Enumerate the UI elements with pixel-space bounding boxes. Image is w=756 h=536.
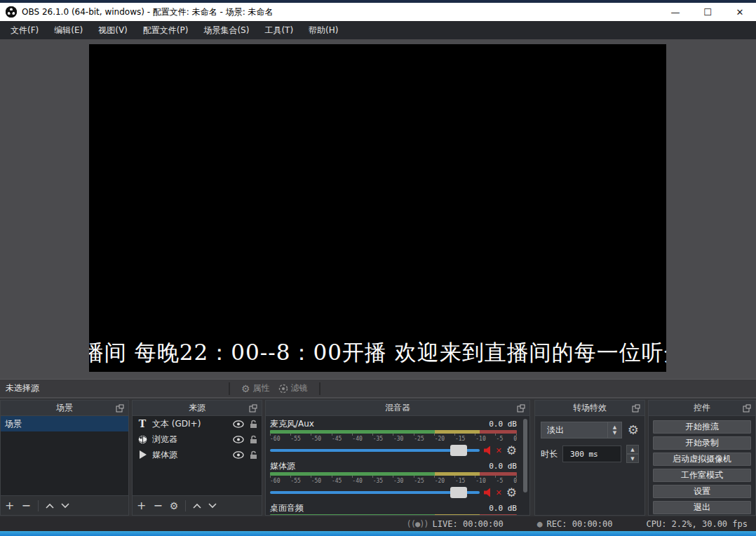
visibility-eye-icon[interactable] — [233, 436, 244, 443]
scene-item[interactable]: 场景 — [1, 416, 128, 431]
volume-slider-handle[interactable] — [450, 487, 467, 498]
meter-tick-label: -40 — [352, 436, 362, 443]
menu-file[interactable]: 文件(F) — [3, 21, 46, 40]
transition-gear-icon[interactable]: ⚙ — [628, 424, 639, 436]
menu-edit[interactable]: 编辑(E) — [46, 21, 90, 40]
source-item-text[interactable]: T 文本 (GDI+) — [133, 416, 262, 431]
popout-icon[interactable] — [632, 404, 640, 413]
source-move-down-button[interactable] — [208, 503, 217, 509]
record-dot-icon: ● — [537, 518, 543, 529]
properties-button[interactable]: ⚙ 属性 — [237, 382, 274, 394]
meter-tick-label: -60 — [270, 478, 280, 485]
mute-speaker-icon[interactable]: ✕ — [484, 488, 502, 497]
channel-level: 0.0 dB — [489, 504, 517, 513]
unlock-icon[interactable] — [250, 435, 257, 444]
channel-gear-icon[interactable]: ⚙ — [506, 487, 517, 499]
popout-icon[interactable] — [249, 404, 257, 413]
duration-down-button[interactable]: ▼ — [626, 454, 639, 463]
scene-move-up-button[interactable] — [46, 503, 54, 509]
volume-slider[interactable] — [270, 449, 480, 452]
mixer-scrollbar[interactable] — [523, 419, 527, 493]
meter-tick-label: -25 — [414, 436, 424, 443]
obs-logo-icon — [6, 6, 17, 18]
live-broadcast-icon: ((●)) — [406, 519, 428, 529]
visibility-eye-icon[interactable] — [233, 420, 244, 428]
start-streaming-button[interactable]: 开始推流 — [653, 420, 751, 434]
sources-footer-toolbar: + − ⚙ — [133, 495, 262, 515]
meter-tick-label: -30 — [393, 478, 403, 485]
source-item-browser[interactable]: 浏览器 — [133, 431, 262, 447]
remove-scene-button[interactable]: − — [21, 500, 30, 511]
meter-tick-label: -20 — [435, 478, 445, 485]
settings-button[interactable]: 设置 — [653, 485, 751, 498]
properties-label: 属性 — [253, 382, 270, 394]
meter-tick-label: -15 — [455, 436, 465, 443]
preview-canvas[interactable]: 播间 每晚22：00--8：00开播 欢迎来到直播间的每一位听众！助眠 — [89, 44, 666, 372]
add-scene-button[interactable]: + — [5, 500, 14, 511]
footer-separator — [185, 500, 186, 511]
filter-swirl-icon — [278, 384, 288, 394]
meter-tick-label: 0 — [513, 436, 517, 443]
popout-icon[interactable] — [743, 404, 751, 413]
duration-spinner[interactable]: ▲ ▼ — [626, 445, 639, 463]
visibility-eye-icon[interactable] — [233, 451, 244, 459]
add-source-button[interactable]: + — [137, 500, 146, 511]
menu-view[interactable]: 视图(V) — [90, 21, 135, 40]
volume-slider[interactable] — [270, 491, 480, 494]
dock-area: 场景 场景 + − 来源 T 文本 (G — [0, 398, 756, 516]
scene-move-down-button[interactable] — [61, 503, 69, 509]
sources-panel: 来源 T 文本 (GDI+) 浏览器 — [132, 400, 262, 516]
meter-tick-label: -60 — [270, 436, 280, 443]
menu-scene-collection[interactable]: 场景集合(S) — [196, 21, 257, 40]
live-status: ((●)) LIVE: 00:00:00 — [406, 519, 503, 529]
filters-button[interactable]: 滤镜 — [274, 382, 312, 394]
studio-mode-button[interactable]: 工作室模式 — [653, 469, 751, 482]
minimize-button[interactable]: — — [659, 3, 691, 21]
source-toolbar: 未选择源 ⚙ 属性 滤镜 — [0, 379, 756, 397]
menu-profile[interactable]: 配置文件(P) — [135, 21, 196, 40]
start-recording-button[interactable]: 开始录制 — [653, 436, 751, 450]
mixer-channel-media: 媒体源 0.0 dB -60-55-50-45-40-35-30-25-20-1… — [270, 460, 517, 500]
text-source-icon: T — [137, 418, 148, 429]
exit-button[interactable]: 退出 — [653, 501, 751, 514]
meter-tick-label: -40 — [352, 478, 362, 485]
source-move-up-button[interactable] — [193, 503, 201, 509]
close-button[interactable]: ✕ — [724, 3, 756, 21]
start-virtual-camera-button[interactable]: 启动虚拟摄像机 — [653, 453, 751, 466]
channel-gear-icon[interactable]: ⚙ — [506, 445, 517, 457]
remove-source-button[interactable]: − — [153, 500, 162, 511]
meter-tick-label: -50 — [311, 478, 321, 485]
browser-source-icon — [137, 435, 148, 444]
duration-input[interactable]: 300 ms — [562, 445, 621, 462]
meter-tick-label: -15 — [455, 478, 465, 485]
meter-tick-label: -20 — [435, 436, 445, 443]
channel-level: 0.0 dB — [489, 420, 517, 429]
volume-slider-handle[interactable] — [450, 445, 467, 456]
unlock-icon[interactable] — [250, 420, 257, 429]
meter-tick-label: -35 — [373, 478, 383, 485]
menu-tools[interactable]: 工具(T) — [257, 21, 301, 40]
volume-meter — [270, 430, 517, 434]
no-source-label: 未选择源 — [0, 382, 39, 394]
menu-help[interactable]: 帮助(H) — [301, 21, 346, 40]
controls-panel: 控件 开始推流 开始录制 启动虚拟摄像机 工作室模式 设置 退出 — [648, 400, 756, 516]
source-item-label: 媒体源 — [152, 449, 177, 461]
source-item-media[interactable]: 媒体源 — [133, 447, 262, 462]
popout-icon[interactable] — [517, 404, 525, 413]
status-bar: ((●)) LIVE: 00:00:00 ● REC: 00:00:00 CPU… — [0, 516, 756, 531]
duration-up-button[interactable]: ▲ — [626, 445, 639, 454]
unlock-icon[interactable] — [250, 450, 257, 460]
mixer-panel-header: 混音器 — [266, 401, 529, 416]
controls-panel-header: 控件 — [649, 401, 755, 416]
transition-select-spinner[interactable]: ▲▼ — [607, 422, 621, 438]
gear-icon: ⚙ — [241, 383, 250, 394]
source-properties-gear-icon[interactable]: ⚙ — [170, 501, 179, 511]
meter-tick-label: -5 — [497, 478, 504, 485]
maximize-button[interactable]: ☐ — [691, 3, 724, 21]
transition-select[interactable]: 淡出 ▲▼ — [541, 422, 622, 438]
footer-separator — [38, 500, 39, 511]
popout-icon[interactable] — [116, 404, 124, 413]
scenes-panel-title: 场景 — [56, 402, 73, 414]
channel-level: 0.0 dB — [489, 462, 517, 471]
mute-speaker-icon[interactable]: ✕ — [484, 445, 502, 455]
